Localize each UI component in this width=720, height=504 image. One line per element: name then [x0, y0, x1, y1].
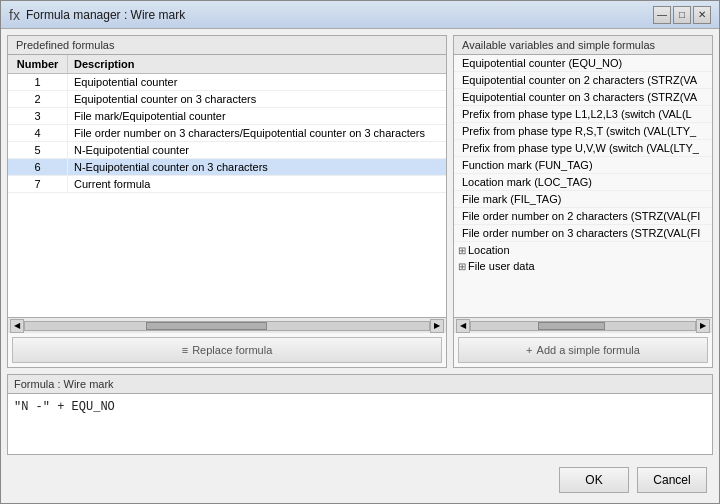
table-header: Number Description [8, 55, 446, 74]
table-row[interactable]: 3 File mark/Equipotential counter [8, 108, 446, 125]
cell-desc: File order number on 3 characters/Equipo… [68, 125, 446, 141]
list-item[interactable]: File order number on 2 characters (STRZ(… [454, 208, 712, 225]
formula-input[interactable]: "N -" + EQU_NO [8, 394, 712, 454]
content-area: Predefined formulas Number Description 1… [1, 29, 719, 503]
cell-number: 6 [8, 159, 68, 175]
expand-icon: ⊞ [458, 261, 466, 272]
replace-formula-button[interactable]: ≡ Replace formula [12, 337, 442, 363]
predefined-formulas-title: Predefined formulas [8, 36, 446, 55]
scroll-thumb[interactable] [146, 322, 267, 330]
main-window: fx Formula manager : Wire mark — □ ✕ Pre… [0, 0, 720, 504]
cell-desc: N-Equipotential counter on 3 characters [68, 159, 446, 175]
right-scroll-track[interactable] [470, 321, 696, 331]
col-desc-header: Description [68, 55, 446, 73]
table-row[interactable]: 7 Current formula [8, 176, 446, 193]
left-action-row: ≡ Replace formula [8, 333, 446, 367]
variables-list[interactable]: Equipotential counter (EQU_NO)Equipotent… [454, 55, 712, 317]
list-item[interactable]: Prefix from phase type U,V,W (switch (VA… [454, 140, 712, 157]
replace-formula-label: Replace formula [192, 344, 272, 356]
restore-button[interactable]: □ [673, 6, 691, 24]
tree-item-label: File user data [468, 260, 535, 272]
list-item[interactable]: Location mark (LOC_TAG) [454, 174, 712, 191]
predefined-formulas-panel: Predefined formulas Number Description 1… [7, 35, 447, 368]
table-row[interactable]: 6 N-Equipotential counter on 3 character… [8, 159, 446, 176]
fx-icon: fx [9, 7, 20, 23]
bottom-bar: OK Cancel [7, 461, 713, 497]
add-icon: + [526, 344, 532, 356]
minimize-button[interactable]: — [653, 6, 671, 24]
list-item[interactable]: Prefix from phase type R,S,T (switch (VA… [454, 123, 712, 140]
cell-number: 7 [8, 176, 68, 192]
window-title: Formula manager : Wire mark [26, 8, 653, 22]
close-button[interactable]: ✕ [693, 6, 711, 24]
panels-wrapper: Predefined formulas Number Description 1… [7, 35, 713, 368]
cell-desc: N-Equipotential counter [68, 142, 446, 158]
tree-item[interactable]: ⊞File user data [454, 258, 712, 274]
cancel-button[interactable]: Cancel [637, 467, 707, 493]
table-row[interactable]: 2 Equipotential counter on 3 characters [8, 91, 446, 108]
add-simple-formula-label: Add a simple formula [537, 344, 640, 356]
add-simple-formula-button[interactable]: + Add a simple formula [458, 337, 708, 363]
cell-number: 2 [8, 91, 68, 107]
right-scrollbar-h[interactable]: ◀ ▶ [454, 317, 712, 333]
cell-desc: Equipotential counter [68, 74, 446, 90]
ok-button[interactable]: OK [559, 467, 629, 493]
scroll-right-btn[interactable]: ▶ [430, 319, 444, 333]
table-row[interactable]: 5 N-Equipotential counter [8, 142, 446, 159]
scroll-track[interactable] [24, 321, 430, 331]
cell-number: 5 [8, 142, 68, 158]
cell-desc: File mark/Equipotential counter [68, 108, 446, 124]
title-bar: fx Formula manager : Wire mark — □ ✕ [1, 1, 719, 29]
list-item[interactable]: Equipotential counter on 3 characters (S… [454, 89, 712, 106]
formula-section: Formula : Wire mark "N -" + EQU_NO [7, 374, 713, 455]
window-controls: — □ ✕ [653, 6, 711, 24]
replace-icon: ≡ [182, 344, 188, 356]
table-row[interactable]: 1 Equipotential counter [8, 74, 446, 91]
list-item[interactable]: Equipotential counter (EQU_NO) [454, 55, 712, 72]
list-item[interactable]: Function mark (FUN_TAG) [454, 157, 712, 174]
right-scroll-thumb[interactable] [538, 322, 605, 330]
cell-number: 1 [8, 74, 68, 90]
list-item[interactable]: Prefix from phase type L1,L2,L3 (switch … [454, 106, 712, 123]
tree-item[interactable]: ⊞Location [454, 242, 712, 258]
expand-icon: ⊞ [458, 245, 466, 256]
cell-number: 3 [8, 108, 68, 124]
cell-number: 4 [8, 125, 68, 141]
list-item[interactable]: File order number on 3 characters (STRZ(… [454, 225, 712, 242]
table-body[interactable]: 1 Equipotential counter 2 Equipotential … [8, 74, 446, 317]
right-action-row: + Add a simple formula [454, 333, 712, 367]
scroll-left-btn[interactable]: ◀ [10, 319, 24, 333]
col-number-header: Number [8, 55, 68, 73]
right-scroll-right-btn[interactable]: ▶ [696, 319, 710, 333]
formula-title: Formula : Wire mark [8, 375, 712, 394]
tree-item-label: Location [468, 244, 510, 256]
cell-desc: Equipotential counter on 3 characters [68, 91, 446, 107]
list-item[interactable]: File mark (FIL_TAG) [454, 191, 712, 208]
table-row[interactable]: 4 File order number on 3 characters/Equi… [8, 125, 446, 142]
right-scroll-left-btn[interactable]: ◀ [456, 319, 470, 333]
left-scrollbar-h[interactable]: ◀ ▶ [8, 317, 446, 333]
predefined-table: Number Description 1 Equipotential count… [8, 55, 446, 317]
available-variables-title: Available variables and simple formulas [454, 36, 712, 55]
cell-desc: Current formula [68, 176, 446, 192]
list-item[interactable]: Equipotential counter on 2 characters (S… [454, 72, 712, 89]
available-variables-panel: Available variables and simple formulas … [453, 35, 713, 368]
